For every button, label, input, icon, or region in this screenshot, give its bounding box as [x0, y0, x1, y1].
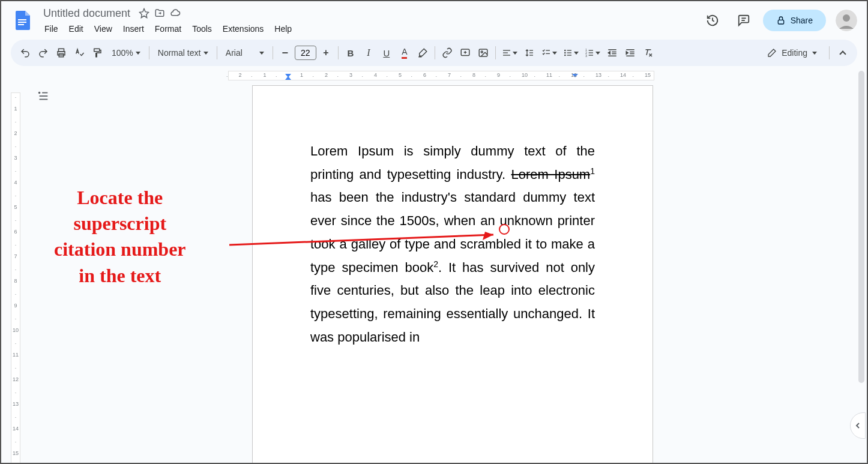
vertical-ruler: .1.2.3.4.5.6.7.8.9.10.11.12.13.14.15: [1, 71, 25, 463]
zoom-dropdown[interactable]: 100%: [107, 48, 145, 58]
scrollbar[interactable]: [858, 71, 864, 463]
move-icon[interactable]: [154, 8, 165, 19]
strikethrough-text: Lorem Ipsum: [511, 167, 591, 182]
link-button[interactable]: [439, 44, 456, 61]
menu-format[interactable]: Format: [150, 22, 186, 36]
citation-superscript-2[interactable]: 2: [433, 259, 438, 268]
pencil-icon: [767, 48, 777, 58]
line-spacing-button[interactable]: [521, 44, 538, 61]
image-button[interactable]: [475, 44, 492, 61]
share-label: Share: [791, 16, 813, 25]
underline-button[interactable]: U: [378, 44, 395, 61]
align-button[interactable]: [499, 44, 520, 61]
collapse-toolbar-button[interactable]: [834, 44, 851, 61]
paint-format-button[interactable]: [89, 44, 106, 61]
menu-tools[interactable]: Tools: [187, 22, 217, 36]
clear-format-button[interactable]: [640, 44, 657, 61]
star-icon[interactable]: [139, 8, 149, 19]
outline-button[interactable]: [32, 85, 54, 107]
docs-logo[interactable]: [11, 8, 35, 32]
svg-rect-0: [18, 19, 26, 20]
decrease-indent-button[interactable]: [604, 44, 621, 61]
menu-extensions[interactable]: Extensions: [218, 22, 268, 36]
font-dropdown[interactable]: Arial: [221, 48, 269, 58]
decrease-font-button[interactable]: −: [277, 44, 294, 61]
increase-font-button[interactable]: +: [318, 44, 334, 61]
share-button[interactable]: Share: [763, 10, 826, 31]
svg-rect-5: [778, 20, 783, 24]
svg-point-41: [39, 92, 40, 94]
undo-button[interactable]: [17, 44, 34, 61]
text-color-button[interactable]: A: [396, 44, 413, 61]
document-page[interactable]: Lorem Ipsum is simply dummy text of the …: [252, 85, 653, 463]
citation-superscript-1[interactable]: 1: [590, 166, 595, 175]
comment-icon[interactable]: [732, 8, 756, 32]
avatar[interactable]: [836, 10, 857, 31]
svg-point-22: [564, 52, 565, 53]
toolbar: 100% Normal text Arial − + B I U A 123 E…: [11, 40, 857, 66]
checklist-button[interactable]: [539, 44, 559, 61]
bold-button[interactable]: B: [342, 44, 359, 61]
menu-view[interactable]: View: [89, 22, 117, 36]
svg-rect-2: [18, 24, 24, 25]
add-comment-button[interactable]: [457, 44, 474, 61]
svg-rect-9: [94, 49, 100, 52]
menu-bar: File Edit View Insert Format Tools Exten…: [40, 22, 701, 36]
spellcheck-button[interactable]: [71, 44, 88, 61]
highlight-button[interactable]: [414, 44, 431, 61]
bullet-list-button[interactable]: [561, 44, 581, 61]
print-button[interactable]: [53, 44, 70, 61]
menu-edit[interactable]: Edit: [64, 22, 88, 36]
editing-mode-button[interactable]: Editing: [760, 48, 824, 58]
svg-point-21: [564, 50, 565, 50]
annotation-overlay: Locate the superscript citation number i…: [54, 185, 186, 289]
menu-insert[interactable]: Insert: [118, 22, 149, 36]
menu-help[interactable]: Help: [270, 22, 297, 36]
style-dropdown[interactable]: Normal text: [153, 48, 213, 58]
cloud-icon[interactable]: [170, 8, 181, 19]
redo-button[interactable]: [35, 44, 52, 61]
number-list-button[interactable]: 123: [582, 44, 603, 61]
document-body[interactable]: Lorem Ipsum is simply dummy text of the …: [310, 140, 595, 349]
italic-button[interactable]: I: [360, 44, 377, 61]
svg-point-23: [564, 55, 565, 55]
increase-indent-button[interactable]: [622, 44, 639, 61]
svg-text:3: 3: [585, 55, 587, 58]
menu-file[interactable]: File: [40, 22, 63, 36]
lock-icon: [776, 16, 786, 25]
svg-rect-1: [18, 22, 26, 23]
history-icon[interactable]: [701, 8, 725, 32]
document-title[interactable]: Untitled document: [40, 6, 134, 21]
font-size-input[interactable]: [295, 46, 316, 60]
svg-point-12: [481, 51, 483, 53]
horizontal-ruler: .2.1..1.2.3.4.5.6.7.8.9.10.11.12.13.14.1…: [228, 71, 654, 80]
